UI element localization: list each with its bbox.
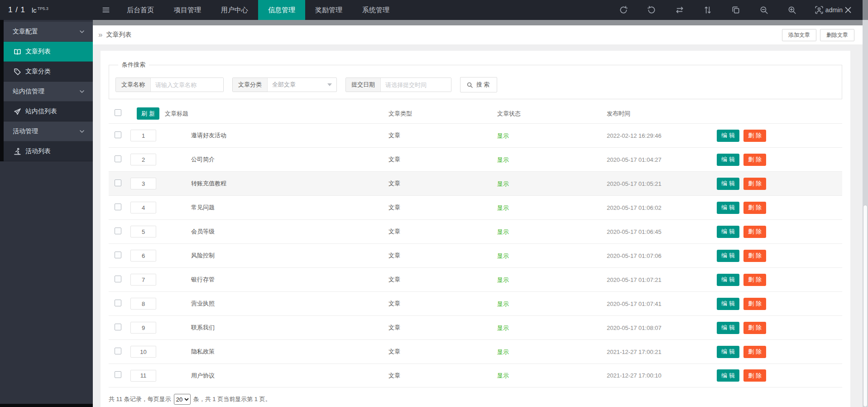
edit-button[interactable]: 编辑 xyxy=(717,226,739,238)
vertical-scrollbar[interactable] xyxy=(863,0,868,407)
breadcrumb-bar: » 文章列表 添加文章 删除文章 xyxy=(93,25,863,44)
refresh-cw-icon[interactable] xyxy=(619,5,628,15)
hamburger-menu-icon[interactable] xyxy=(101,5,110,15)
article-status-link[interactable]: 显示 xyxy=(497,204,509,211)
scrollbar-thumb[interactable] xyxy=(863,205,868,407)
delete-button[interactable]: 删除 xyxy=(743,250,766,262)
sidebar-item[interactable]: 站内信列表 xyxy=(0,102,93,121)
edit-button[interactable]: 编辑 xyxy=(717,154,739,166)
publish-time: 2020-05-17 01:07:41 xyxy=(607,300,717,307)
delete-button[interactable]: 删除 xyxy=(743,298,766,310)
nav-item[interactable]: 奖励管理 xyxy=(305,0,352,20)
breadcrumb-symbol: » xyxy=(98,30,102,39)
page-title: 文章列表 xyxy=(106,31,131,39)
row-checkbox[interactable] xyxy=(115,324,121,330)
sort-vertical-icon[interactable] xyxy=(703,5,712,15)
sidebar-item-label: 活动管理 xyxy=(13,127,38,136)
sidebar-item[interactable]: 活动列表 xyxy=(0,141,93,161)
close-icon[interactable] xyxy=(844,5,853,15)
nav-item[interactable]: 项目管理 xyxy=(164,0,211,20)
delete-button[interactable]: 删除 xyxy=(743,322,766,334)
article-status-link[interactable]: 显示 xyxy=(497,156,509,163)
row-id-box: 11 xyxy=(130,370,156,382)
row-checkbox[interactable] xyxy=(115,179,121,186)
username: admin xyxy=(825,6,843,14)
row-checkbox[interactable] xyxy=(115,131,121,138)
article-status-link[interactable]: 显示 xyxy=(497,325,509,331)
nav-item[interactable]: 信息管理 xyxy=(258,0,305,20)
sidebar-item[interactable]: 文章列表 xyxy=(0,42,93,62)
nav-item-label: 系统管理 xyxy=(362,6,389,14)
article-name-label: 文章名称 xyxy=(116,78,151,92)
zoom-in-icon[interactable] xyxy=(787,5,796,15)
refresh-button[interactable]: 刷新 xyxy=(137,107,159,120)
table-row: 11 用户协议 文章 显示 2021-12-27 17:00:10 编辑 删除 xyxy=(109,363,842,388)
article-status-link[interactable]: 显示 xyxy=(497,349,509,355)
row-checkbox[interactable] xyxy=(115,155,121,162)
edit-button[interactable]: 编辑 xyxy=(717,298,739,310)
article-category-select[interactable]: 全部文章 xyxy=(268,78,336,92)
table-row: 3 转账充值教程 文章 显示 2020-05-17 01:05:21 编辑 删除 xyxy=(109,171,842,195)
delete-button[interactable]: 删除 xyxy=(743,346,766,358)
row-checkbox[interactable] xyxy=(115,276,121,282)
row-checkbox[interactable] xyxy=(115,252,121,258)
article-status-link[interactable]: 显示 xyxy=(497,132,509,139)
edit-button[interactable]: 编辑 xyxy=(717,250,739,262)
table-body: 1 邀请好友活动 文章 显示 2022-02-12 16:29:46 编辑 删除… xyxy=(109,123,842,388)
zoom-out-icon[interactable] xyxy=(759,5,768,15)
swap-horizontal-icon[interactable] xyxy=(675,5,684,15)
row-checkbox[interactable] xyxy=(115,204,121,210)
article-title: 隐私政策 xyxy=(184,348,388,356)
article-title: 联系我们 xyxy=(184,324,388,332)
edit-button[interactable]: 编辑 xyxy=(717,274,739,286)
delete-article-button[interactable]: 删除文章 xyxy=(820,29,854,41)
article-status-link[interactable]: 显示 xyxy=(497,252,509,259)
sidebar-bottom-strip xyxy=(0,404,93,407)
delete-button[interactable]: 删除 xyxy=(743,369,766,382)
sidebar-group[interactable]: 站内信管理 xyxy=(0,82,93,102)
edit-button[interactable]: 编辑 xyxy=(717,322,739,334)
column-header-type: 文章类型 xyxy=(388,110,412,117)
delete-button[interactable]: 删除 xyxy=(743,154,766,166)
sidebar-group[interactable]: 文章配置 xyxy=(0,22,93,42)
delete-button[interactable]: 删除 xyxy=(743,178,766,190)
article-status-link[interactable]: 显示 xyxy=(497,180,509,187)
edit-button[interactable]: 编辑 xyxy=(717,346,739,358)
edit-button[interactable]: 编辑 xyxy=(717,202,739,214)
article-type: 文章 xyxy=(388,372,497,380)
refresh-ccw-icon[interactable] xyxy=(647,5,656,15)
article-status-link[interactable]: 显示 xyxy=(497,276,509,283)
user-menu[interactable]: admin xyxy=(815,5,853,15)
row-checkbox[interactable] xyxy=(115,300,121,306)
delete-button[interactable]: 删除 xyxy=(743,130,766,142)
submit-date-input[interactable] xyxy=(381,78,451,92)
article-status-link[interactable]: 显示 xyxy=(497,372,509,379)
page-size-select[interactable]: 20 xyxy=(174,394,191,405)
add-article-button[interactable]: 添加文章 xyxy=(782,29,816,41)
row-id-box: 8 xyxy=(130,298,156,310)
sidebar-group[interactable]: 活动管理 xyxy=(0,121,93,141)
table-row: 5 会员等级 文章 显示 2020-05-17 01:06:45 编辑 删除 xyxy=(109,219,842,243)
edit-button[interactable]: 编辑 xyxy=(717,369,739,382)
nav-item[interactable]: 系统管理 xyxy=(352,0,399,20)
delete-button[interactable]: 删除 xyxy=(743,202,766,214)
row-checkbox[interactable] xyxy=(115,228,121,234)
article-status-link[interactable]: 显示 xyxy=(497,228,509,235)
sidebar-menu: 文章配置 文章列表 文章分类 站内信管理 站内信列表 活动管理 活动列表 xyxy=(0,22,93,161)
delete-button[interactable]: 删除 xyxy=(743,226,766,238)
article-name-input[interactable] xyxy=(151,78,223,92)
nav-item[interactable]: 后台首页 xyxy=(117,0,164,20)
sidebar-item[interactable]: 文章分类 xyxy=(0,62,93,82)
search-button[interactable]: 搜索 xyxy=(460,77,497,92)
pagination-prefix: 共 11 条记录，每页显示 xyxy=(109,395,171,403)
edit-button[interactable]: 编辑 xyxy=(717,130,739,142)
article-status-link[interactable]: 显示 xyxy=(497,300,509,307)
edit-button[interactable]: 编辑 xyxy=(717,178,739,190)
delete-button[interactable]: 删除 xyxy=(743,274,766,286)
article-type: 文章 xyxy=(388,179,497,188)
copy-icon[interactable] xyxy=(731,5,740,15)
row-checkbox[interactable] xyxy=(115,348,121,354)
nav-item[interactable]: 用户中心 xyxy=(211,0,258,20)
row-checkbox[interactable] xyxy=(115,371,121,378)
select-all-checkbox[interactable] xyxy=(115,109,121,116)
